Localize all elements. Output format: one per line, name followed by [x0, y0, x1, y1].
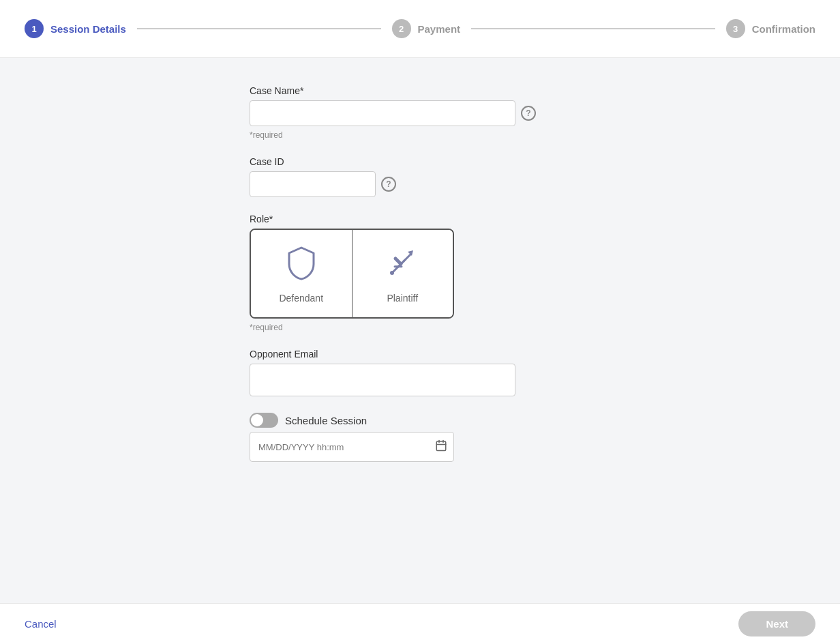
schedule-label: Schedule Session	[285, 415, 367, 426]
step-1-circle: 1	[25, 19, 44, 38]
case-id-row: ?	[250, 171, 590, 197]
case-name-required: *required	[250, 130, 590, 140]
role-label: Role*	[250, 214, 590, 224]
schedule-session-group: Schedule Session	[250, 413, 590, 462]
page-wrapper: 1 Session Details 2 Payment 3 Confirmati…	[0, 0, 840, 644]
case-id-input[interactable]	[250, 171, 376, 197]
case-name-help-icon[interactable]: ?	[521, 106, 536, 121]
case-name-row: ?	[250, 100, 590, 126]
plaintiff-label: Plaintiff	[387, 293, 418, 304]
step-line-2	[471, 28, 715, 29]
shield-icon	[282, 244, 320, 284]
step-3: 3 Confirmation	[726, 19, 815, 38]
svg-point-3	[390, 271, 394, 275]
svg-line-2	[395, 259, 401, 264]
role-selector: Defendant	[250, 229, 454, 319]
role-required: *required	[250, 323, 590, 332]
case-id-label: Case ID	[250, 156, 590, 167]
datetime-input[interactable]	[250, 432, 454, 462]
opponent-email-label: Opponent Email	[250, 349, 590, 360]
stepper: 1 Session Details 2 Payment 3 Confirmati…	[0, 0, 840, 58]
step-2-label: Payment	[418, 23, 461, 35]
schedule-row: Schedule Session	[250, 413, 590, 428]
role-option-plaintiff[interactable]: Plaintiff	[352, 230, 453, 317]
step-2: 2 Payment	[392, 19, 461, 38]
case-name-input[interactable]	[250, 100, 515, 126]
step-2-circle: 2	[392, 19, 411, 38]
sword-icon	[383, 244, 421, 284]
case-id-field: Case ID ?	[250, 156, 590, 197]
case-name-field: Case Name* ? *required	[250, 85, 590, 140]
opponent-email-field: Opponent Email	[250, 349, 590, 396]
footer: Cancel Next	[0, 603, 840, 644]
role-option-defendant[interactable]: Defendant	[251, 230, 352, 317]
main-content: Case Name* ? *required Case ID ? Role*	[0, 58, 840, 644]
opponent-email-input[interactable]	[250, 364, 515, 396]
form-container: Case Name* ? *required Case ID ? Role*	[250, 85, 590, 462]
step-1: 1 Session Details	[25, 19, 126, 38]
case-id-help-icon[interactable]: ?	[381, 177, 396, 192]
step-line-1	[137, 28, 381, 29]
step-1-label: Session Details	[50, 23, 126, 35]
role-field: Role* Defendant	[250, 214, 590, 332]
case-name-label: Case Name*	[250, 85, 590, 96]
datetime-wrapper	[250, 432, 454, 462]
cancel-button[interactable]: Cancel	[25, 613, 57, 635]
opponent-email-row	[250, 364, 590, 396]
step-3-circle: 3	[726, 19, 745, 38]
schedule-toggle[interactable]	[250, 413, 278, 428]
next-button[interactable]: Next	[738, 611, 815, 636]
step-3-label: Confirmation	[752, 23, 815, 35]
defendant-label: Defendant	[279, 293, 323, 304]
